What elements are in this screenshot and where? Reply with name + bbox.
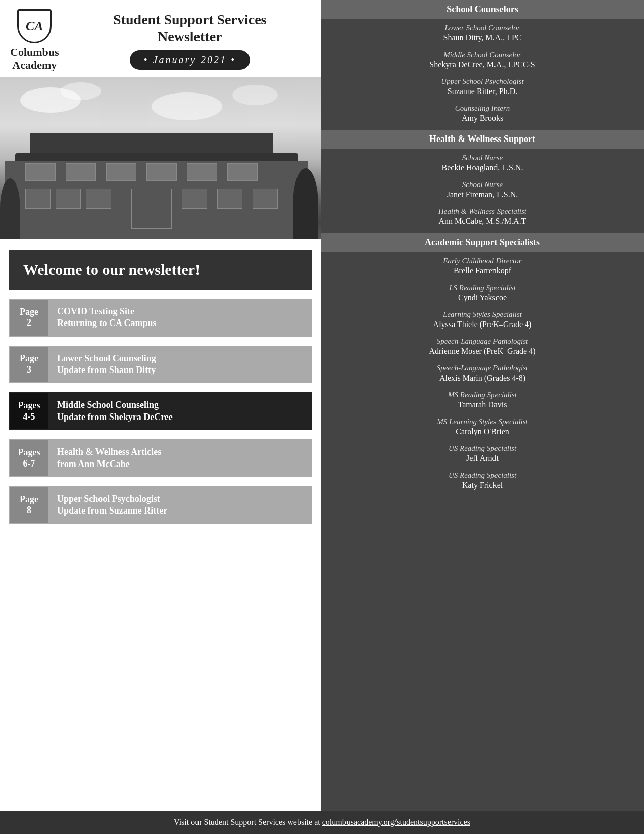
sidebar-person-4: Counseling Intern Amy Brooks [321,99,644,126]
sidebar-section-header-academic: Academic Support Specialists [321,233,644,252]
toc-row-1: Page2 COVID Testing SiteReturning to CA … [9,299,312,337]
right-column: School Counselors Lower School Counselor… [321,0,644,811]
footer-bar: Visit our Student Support Services websi… [0,811,644,834]
sidebar-person-12: Speech-Language Pathologist Alexis Marin… [321,359,644,386]
toc-content-2: Lower School CounselingUpdate from Shaun… [48,347,311,383]
toc-content-5: Upper School PsychologistUpdate from Suz… [48,487,311,523]
logo-letters: CA [26,19,43,34]
school-name-line1: Columbus [10,45,59,58]
building-photo [0,77,321,239]
sidebar-person-11: Speech-Language Pathologist Adrienne Mos… [321,332,644,359]
toc-page-5: Page8 [10,487,48,523]
sidebar-person-8: Early Childhood Director Brelle Farrenko… [321,252,644,279]
welcome-text: Welcome to our newsletter! [23,261,200,278]
toc-page-3: Pages4-5 [10,393,48,429]
left-column: CA Columbus Academy Student Support Serv… [0,0,321,811]
sidebar-person-7: Health & Wellness Specialist Ann McCabe,… [321,202,644,229]
page-wrapper: CA Columbus Academy Student Support Serv… [0,0,644,834]
newsletter-title: Student Support Services Newsletter [113,11,266,45]
toc-row-4: Pages6-7 Health & Wellness Articlesfrom … [9,439,312,477]
logo-area: CA Columbus Academy [10,9,59,72]
logo-shield: CA [17,9,52,43]
title-area: Student Support Services Newsletter • Ja… [69,11,311,70]
sidebar-person-10: Learning Styles Specialist Alyssa Thiele… [321,305,644,332]
sidebar-person-6: School Nurse Janet Fireman, L.S.N. [321,175,644,202]
sidebar-person-5: School Nurse Beckie Hoagland, L.S.N. [321,149,644,175]
footer-link[interactable]: columbusacademy.org/studentsupportservic… [322,818,470,826]
toc-page-2: Page3 [10,347,48,383]
main-content: CA Columbus Academy Student Support Serv… [0,0,644,811]
toc-content-3: Middle School CounselingUpdate from Shek… [48,393,311,429]
date-badge: • January 2021 • [130,50,251,70]
school-name-line2: Academy [12,59,57,71]
sidebar-person-14: MS Learning Styles Specialist Carolyn O'… [321,412,644,439]
sidebar-person-2: Middle School Counselor Shekyra DeCree, … [321,45,644,72]
school-name: Columbus Academy [10,45,59,72]
sidebar-person-15: US Reading Specialist Jeff Arndt [321,439,644,466]
sidebar-person-9: LS Reading Specialist Cyndi Yakscoe [321,279,644,305]
toc-row-3: Pages4-5 Middle School CounselingUpdate … [9,392,312,430]
toc-page-1: Page2 [10,300,48,336]
toc-content-1: COVID Testing SiteReturning to CA Campus [48,300,311,336]
sidebar-section-header-counselors: School Counselors [321,0,644,19]
sidebar-section-header-health: Health & Wellness Support [321,130,644,149]
sidebar-person-13: MS Reading Specialist Tamarah Davis [321,386,644,412]
footer-text: Visit our Student Support Services websi… [174,818,322,826]
toc-row-5: Page8 Upper School PsychologistUpdate fr… [9,486,312,524]
sidebar-person-16: US Reading Specialist Katy Frickel [321,466,644,493]
toc-row-2: Page3 Lower School CounselingUpdate from… [9,346,312,384]
toc-content-4: Health & Wellness Articlesfrom Ann McCab… [48,440,311,476]
toc-container: Page2 COVID Testing SiteReturning to CA … [9,299,312,529]
sidebar-person-1: Lower School Counselor Shaun Ditty, M.A.… [321,19,644,45]
sidebar-person-3: Upper School Psychologist Suzanne Ritter… [321,72,644,99]
header-area: CA Columbus Academy Student Support Serv… [0,0,321,77]
toc-page-4: Pages6-7 [10,440,48,476]
welcome-banner: Welcome to our newsletter! [9,250,312,290]
